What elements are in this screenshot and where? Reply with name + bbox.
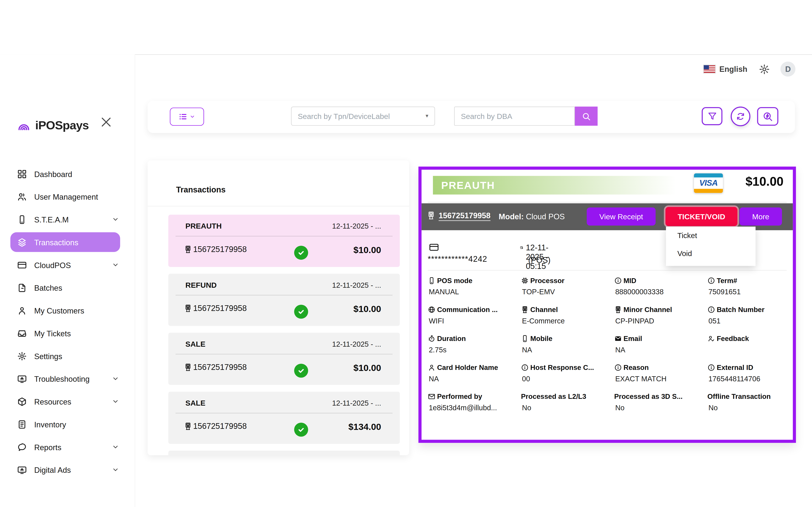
transaction-list-item[interactable]: SALE 12-11-2025 - ... 156725179958 $10.0… (168, 333, 400, 385)
field-value: 00 (522, 375, 610, 383)
card-icon (17, 260, 27, 270)
field-label: Email (623, 335, 642, 342)
sidebar-nav: Dashboard User Management S.T.E.A.M Tran… (0, 164, 135, 483)
detail-field: MID 888000003338 (614, 277, 707, 299)
info-icon (707, 364, 715, 372)
field-label: Performed by (437, 393, 482, 400)
transaction-date: 12-11-2025 - ... (332, 340, 381, 348)
file-icon (17, 283, 27, 293)
detail-field: Minor Channel CP-PINPAD (614, 306, 707, 329)
refresh-button[interactable] (731, 107, 751, 126)
smartphone-icon (521, 335, 529, 342)
avatar[interactable]: D (780, 61, 796, 76)
search-toolbar: ▼ (148, 101, 795, 133)
detail-tpn: 156725179958 (427, 211, 490, 220)
menu-item-void[interactable]: Void (666, 245, 756, 263)
sidebar-item-inventory[interactable]: Inventory (10, 414, 120, 434)
transaction-list-item[interactable]: SALE 12-11-2025 - ... 156725179958 $134.… (168, 392, 400, 444)
sidebar-item-user-management[interactable]: User Management (10, 187, 120, 207)
sidebar-item-transactions[interactable]: Transactions (10, 232, 120, 252)
transaction-list-item[interactable]: REFUND 12-11-2025 - ... 156725179958 $10… (168, 274, 400, 326)
field-value: NA (615, 346, 703, 354)
pos-terminal-icon (184, 422, 192, 430)
detail-field: Processed as L2/L3 No (521, 393, 614, 415)
menu-item-ticket[interactable]: Ticket (666, 227, 756, 245)
field-label: Communication ... (437, 306, 498, 314)
detail-field: Term# 75091651 (707, 277, 801, 299)
detail-field: Offline Transaction No (707, 393, 801, 415)
card-info-row: ************4242 12-11-2025 - 05:15 (POS… (428, 242, 440, 252)
field-value: No (615, 403, 703, 412)
transaction-type: PREAUTH (433, 179, 495, 191)
gear-icon[interactable] (759, 63, 770, 75)
field-value: NA (522, 346, 610, 354)
logo: iPOSpays (16, 118, 89, 132)
mail-icon (428, 393, 436, 400)
model-info: Model: Cloud POS (499, 212, 565, 221)
info-icon (521, 364, 529, 372)
detail-tpn-link[interactable]: 156725179958 (439, 211, 490, 220)
search-icon (581, 112, 591, 121)
terminal-icon (614, 306, 622, 314)
filter-button[interactable] (702, 107, 722, 125)
sidebar-item-resources[interactable]: Resources (10, 392, 120, 411)
tpn-search-wrap: ▼ (291, 107, 435, 126)
sidebar-item-label: Digital Ads (34, 465, 71, 474)
dba-search-button[interactable] (575, 107, 598, 126)
sidebar-close-icon[interactable] (99, 115, 113, 129)
sidebar-item-label: Transactions (34, 238, 79, 246)
pos-terminal-icon (184, 363, 192, 372)
sidebar-item-label: S.T.E.A.M (34, 215, 69, 224)
sidebar-item-my-tickets[interactable]: My Tickets (10, 324, 120, 343)
field-value: 75091651 (708, 288, 796, 296)
doc-icon (17, 419, 27, 429)
sidebar-item-reports[interactable]: Reports (10, 437, 120, 457)
pos-terminal-icon (427, 211, 436, 220)
cpu-icon (521, 277, 529, 285)
sidebar-item-batches[interactable]: Batches (10, 278, 120, 297)
dba-search-input[interactable] (454, 107, 575, 126)
transaction-tpn: 156725179958 (193, 421, 247, 431)
calendar-clock-icon (520, 243, 523, 252)
tpn-search-input[interactable] (291, 107, 435, 126)
ticket-void-button[interactable]: TICKET/VOID (665, 207, 738, 226)
transaction-date: 12-11-2025 - ... (332, 399, 381, 407)
more-button[interactable]: More (740, 208, 782, 226)
field-label: Card Holder Name (437, 364, 498, 372)
field-value: 1765448114706 (708, 375, 796, 383)
sidebar-item-my-customers[interactable]: My Customers (10, 300, 120, 320)
field-label: Batch Number (717, 306, 764, 314)
sidebar-item-cloudpos[interactable]: CloudPOS (10, 255, 120, 275)
language-selector[interactable]: English (719, 65, 748, 73)
us-flag-icon (703, 65, 716, 73)
sidebar-item-label: User Management (34, 192, 98, 201)
partial-transaction-item[interactable] (168, 451, 400, 455)
divider (148, 206, 409, 207)
view-mode-button[interactable] (170, 108, 204, 126)
field-value: E-Commerce (522, 317, 610, 325)
transaction-list-item[interactable]: PREAUTH 12-11-2025 - ... 156725179958 $1… (168, 215, 400, 267)
field-label: MID (623, 277, 637, 285)
pos-terminal-icon (184, 245, 192, 253)
sidebar-item-label: Reports (34, 443, 61, 451)
sidebar-item-troubleshooting[interactable]: Troubleshooting (10, 369, 120, 389)
sidebar-item-digital-ads[interactable]: Digital Ads (10, 460, 120, 480)
card-brand: VISA (694, 177, 723, 189)
grid-icon (17, 169, 27, 179)
detail-field: Feedback (707, 335, 801, 357)
field-label: Offline Transaction (707, 393, 770, 400)
sidebar-item-label: CloudPOS (34, 261, 71, 269)
field-label: Mobile (530, 335, 553, 342)
sidebar-item-dashboard[interactable]: Dashboard (10, 164, 120, 183)
dropdown-caret-icon[interactable]: ▼ (424, 113, 429, 118)
transaction-amount: $10.00 (746, 174, 784, 189)
info-icon (614, 364, 622, 372)
sidebar-item-s-t-e-a-m[interactable]: S.T.E.A.M (10, 210, 120, 229)
transaction-type: SALE (186, 399, 206, 407)
view-receipt-button[interactable]: View Receipt (587, 208, 656, 226)
sidebar-item-settings[interactable]: Settings (10, 346, 120, 366)
field-label: Duration (437, 335, 466, 342)
sidebar-item-label: Troubleshooting (34, 374, 90, 383)
field-value: 2.75s (429, 346, 517, 354)
quick-search-button[interactable] (757, 107, 778, 126)
